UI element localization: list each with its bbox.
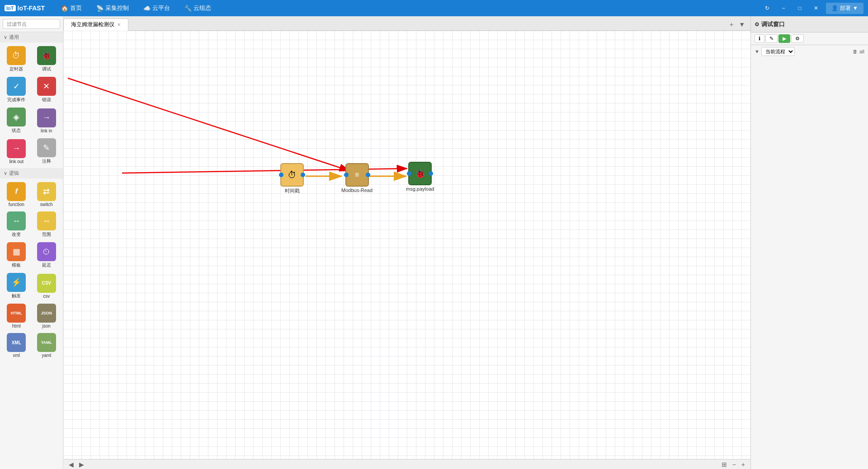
zoom-in-button[interactable]: + xyxy=(740,460,747,469)
node-csv[interactable]: CSV csv xyxy=(32,271,61,301)
run-tab-button[interactable]: ▶ xyxy=(778,34,790,43)
user-avatar-icon: 👤 xyxy=(831,5,838,11)
node-delay[interactable]: ⏲ 延迟 xyxy=(32,240,61,270)
node-function[interactable]: f function xyxy=(2,180,31,209)
canvas[interactable]: ⏱ 时间戳 ≡ Modbus-Read 🐞 msg xyxy=(63,31,750,459)
node-switch[interactable]: ⇄ switch xyxy=(32,180,61,209)
close-icon[interactable]: ✕ xyxy=(810,2,822,14)
modbus-icon: ≡ xyxy=(355,171,359,179)
tab-add-button[interactable]: + xyxy=(728,20,735,29)
template-icon: ▦ xyxy=(7,242,26,261)
user-deploy-button[interactable]: 👤 部署 ▼ xyxy=(826,3,863,14)
shijian-icon: ⏱ xyxy=(288,170,297,180)
shijian-port-left xyxy=(279,173,283,177)
node-range[interactable]: ↔ 范围 xyxy=(32,210,61,239)
main-layout: ∨ 通用 ⏱ 定时器 🐞 调试 ✓ 完成事件 ✕ 错误 ◈ 状态 xyxy=(0,16,868,469)
comment-label: 注释 xyxy=(42,158,51,164)
filter-select[interactable]: 当前流程 全部 xyxy=(761,47,795,56)
change-label: 改变 xyxy=(12,231,21,238)
yaml-icon: YAML xyxy=(37,333,56,352)
complete-icon: ✓ xyxy=(7,77,26,96)
msgpayload-port-right xyxy=(429,171,433,176)
section-logic-nodes: f function ⇄ switch ↔ 改变 ↔ 范围 ▦ 模板 ⏲ 延迟 xyxy=(0,178,63,361)
modbus-port-left xyxy=(344,173,349,177)
settings-tab-button[interactable]: ⚙ xyxy=(791,34,804,43)
json-icon: JSON xyxy=(37,304,56,323)
switch-icon: ⇄ xyxy=(37,182,56,201)
refresh-icon[interactable]: ↻ xyxy=(761,2,774,14)
nav-home[interactable]: 🏠 首页 xyxy=(54,0,89,16)
sidebar: ∨ 通用 ⏱ 定时器 🐞 调试 ✓ 完成事件 ✕ 错误 ◈ 状态 xyxy=(0,16,63,469)
iot-icon: IoT xyxy=(5,5,16,11)
scada-icon: 🔧 xyxy=(184,5,192,12)
section-general-nodes: ⏱ 定时器 🐞 调试 ✓ 完成事件 ✕ 错误 ◈ 状态 → link in xyxy=(0,42,63,168)
minus-icon[interactable]: − xyxy=(777,2,790,14)
right-panel-header: ⚙ 调试窗口 xyxy=(751,16,868,33)
canvas-connections xyxy=(63,31,750,459)
status-label: 状态 xyxy=(12,127,21,134)
node-linkout[interactable]: → link out xyxy=(2,136,31,166)
timer-icon: ⏱ xyxy=(7,46,26,65)
home-icon: 🏠 xyxy=(61,5,68,12)
navbar: IoT IoT-FAST 🏠 首页 📡 采集控制 ☁️ 云平台 🔧 云组态 ↻ … xyxy=(0,0,868,16)
node-comment[interactable]: ✎ 注释 xyxy=(32,136,61,166)
delay-label: 延迟 xyxy=(42,262,51,268)
zoom-out-button[interactable]: − xyxy=(731,460,738,469)
node-html[interactable]: HTML html xyxy=(2,302,31,330)
yaml-label: yaml xyxy=(42,353,51,358)
tab-dropdown-button[interactable]: ▼ xyxy=(737,20,747,29)
brand-name: IoT-FAST xyxy=(18,5,45,12)
switch-label: switch xyxy=(40,202,53,207)
section-general-header[interactable]: ∨ 通用 xyxy=(0,32,63,42)
tab-actions: + ▼ xyxy=(728,18,750,30)
section-logic-header[interactable]: ∨ 逻辑 xyxy=(0,168,63,178)
nav-scada[interactable]: 🔧 云组态 xyxy=(177,0,218,16)
delete-label: all xyxy=(859,49,864,54)
right-panel-content xyxy=(751,58,868,469)
node-status[interactable]: ◈ 状态 xyxy=(2,106,31,136)
node-timer[interactable]: ⏱ 定时器 xyxy=(2,44,31,74)
nav-collect[interactable]: 📡 采集控制 xyxy=(89,0,136,16)
node-linkin[interactable]: → link in xyxy=(32,106,61,136)
zoom-controls: ⊞ − + xyxy=(720,460,747,469)
comment-icon: ✎ xyxy=(37,138,56,157)
shijian-label: 时间戳 xyxy=(285,188,300,194)
node-complete[interactable]: ✓ 完成事件 xyxy=(2,75,31,105)
right-panel: ⚙ 调试窗口 ℹ ✎ ▶ ⚙ ▼ 当前流程 全部 🗑 all xyxy=(750,16,868,469)
node-yaml[interactable]: YAML yaml xyxy=(32,331,61,360)
user-dropdown-icon: ▼ xyxy=(853,5,858,11)
node-json[interactable]: JSON json xyxy=(32,302,61,330)
scroll-right-button[interactable]: ▶ xyxy=(77,460,86,469)
flow-node-shijian[interactable]: ⏱ 时间戳 xyxy=(280,163,304,194)
modbus-port-right xyxy=(366,173,370,177)
tab-close-icon[interactable]: ✕ xyxy=(117,22,121,27)
json-label: json xyxy=(42,324,51,328)
status-icon: ◈ xyxy=(7,108,26,127)
node-change[interactable]: ↔ 改变 xyxy=(2,210,31,239)
delete-icon[interactable]: 🗑 xyxy=(853,49,858,54)
error-label: 错误 xyxy=(42,97,51,103)
gear-icon: ⚙ xyxy=(755,21,760,28)
maximize-icon[interactable]: □ xyxy=(793,2,806,14)
flow-node-modbus[interactable]: ≡ Modbus-Read xyxy=(341,163,373,193)
zoom-fit-button[interactable]: ⊞ xyxy=(720,460,729,469)
linkout-icon: → xyxy=(7,139,26,158)
node-template[interactable]: ▦ 模板 xyxy=(2,240,31,270)
info-tab-button[interactable]: ℹ xyxy=(755,34,764,43)
delay-icon: ⏲ xyxy=(37,242,56,261)
nav-cloud[interactable]: ☁️ 云平台 xyxy=(136,0,177,16)
scroll-left-button[interactable]: ◀ xyxy=(67,460,75,469)
search-input[interactable] xyxy=(3,19,60,29)
csv-label: csv xyxy=(43,294,50,299)
node-trigger[interactable]: ⚡ 触发 xyxy=(2,271,31,301)
trigger-icon: ⚡ xyxy=(7,273,26,292)
tab-main[interactable]: 海立姆泄漏检测仪 ✕ xyxy=(63,19,128,31)
edit-tab-button[interactable]: ✎ xyxy=(765,34,778,43)
flow-node-msgpayload[interactable]: 🐞 msg.payload xyxy=(406,162,434,192)
error-icon: ✕ xyxy=(37,77,56,96)
range-icon: ↔ xyxy=(37,211,56,230)
filter-icon: ▼ xyxy=(755,49,760,54)
node-error[interactable]: ✕ 错误 xyxy=(32,75,61,105)
node-debug[interactable]: 🐞 调试 xyxy=(32,44,61,74)
node-xml[interactable]: XML xml xyxy=(2,331,31,360)
